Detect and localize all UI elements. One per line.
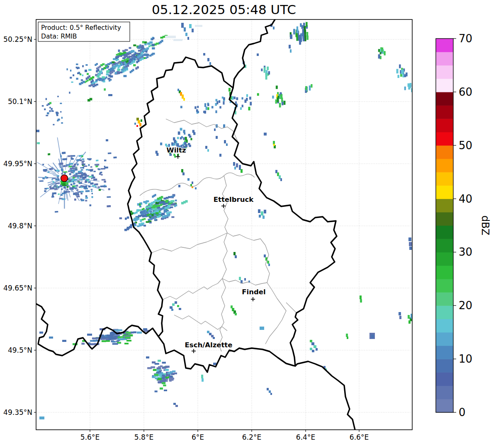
echo-pixel — [306, 22, 308, 27]
echo-cell — [408, 320, 411, 324]
echo-pixel — [73, 166, 76, 167]
echo-pixel — [51, 108, 53, 110]
echo-pixel — [118, 71, 120, 73]
echo-cell — [263, 216, 265, 219]
lat-tick-label: 50.25°N — [3, 35, 32, 44]
echo-pixel — [257, 93, 259, 96]
echo-cell — [213, 337, 215, 339]
colorbar-segment — [436, 386, 453, 400]
echo-pixel — [112, 341, 116, 343]
echo-pixel — [79, 191, 81, 193]
echo-cell — [192, 182, 193, 184]
echo-cell — [141, 119, 142, 122]
echo-pixel — [73, 187, 75, 188]
colorbar-segment — [436, 399, 453, 413]
echo-pixel — [189, 145, 191, 147]
colorbar-segment — [436, 52, 453, 65]
echo-pixel — [120, 336, 124, 338]
echo-cell — [181, 169, 183, 172]
echo-cell — [143, 328, 147, 330]
echo-pixel — [275, 99, 277, 104]
echo-cell — [235, 255, 237, 258]
echo-pixel — [284, 101, 286, 105]
colorbar-segment — [436, 332, 453, 346]
echo-pixel — [99, 173, 101, 175]
echo-pixel — [167, 214, 170, 217]
colorbar-tick-label: 50 — [459, 139, 472, 152]
echo-pixel — [58, 179, 59, 180]
echo-cell — [408, 237, 411, 241]
echo-cell — [39, 332, 43, 334]
echo-pixel — [216, 99, 218, 102]
echo-cell — [66, 182, 68, 185]
echo-pixel — [139, 44, 141, 46]
echo-pixel — [170, 206, 173, 208]
echo-pixel — [109, 153, 112, 154]
colorbar-tick-label: 0 — [459, 406, 466, 419]
echo-pixel — [296, 36, 298, 41]
colorbar-segment — [436, 252, 453, 266]
echo-pixel — [158, 381, 160, 383]
echo-pixel — [74, 199, 76, 201]
echo-pixel — [79, 179, 81, 180]
echo-pixel — [61, 173, 63, 174]
echo-pixel — [50, 188, 52, 189]
echo-pixel — [139, 203, 141, 206]
echo-pixel — [82, 65, 84, 67]
echo-pixel — [172, 371, 175, 372]
echo-cell — [205, 146, 207, 149]
echo-cell — [189, 24, 192, 28]
echo-pixel — [65, 158, 67, 160]
echo-pixel — [69, 166, 70, 167]
echo-pixel — [152, 47, 155, 49]
echo-pixel — [81, 343, 85, 345]
echo-pixel — [42, 178, 45, 179]
echo-cell — [177, 89, 179, 91]
echo-pixel — [57, 177, 58, 178]
echo-cell — [234, 167, 236, 170]
echo-pixel — [146, 47, 149, 49]
echo-pixel — [141, 223, 144, 224]
echo-pixel — [95, 179, 97, 181]
echo-pixel — [143, 225, 146, 226]
echo-pixel — [180, 106, 182, 108]
colorbar-segment — [436, 132, 453, 146]
echo-cell — [183, 98, 185, 101]
echo-pixel — [99, 189, 101, 191]
echo-pixel — [378, 49, 380, 52]
echo-pixel — [67, 186, 69, 188]
echo-pixel — [125, 49, 128, 51]
echo-pixel — [100, 186, 103, 187]
echo-pixel — [134, 223, 136, 225]
echo-pixel — [60, 185, 62, 186]
echo-pixel — [264, 70, 265, 73]
echo-pixel — [132, 69, 134, 71]
colorbar-segment — [436, 359, 453, 373]
echo-cell — [235, 313, 237, 315]
colorbar-segment — [436, 79, 453, 92]
echo-cell — [181, 23, 184, 28]
echo-pixel — [304, 29, 306, 34]
echo-cell — [179, 308, 181, 310]
echo-pixel — [56, 188, 58, 190]
echo-pixel — [223, 101, 224, 104]
echo-pixel — [73, 181, 74, 182]
echo-pixel — [384, 51, 386, 55]
echo-cell — [164, 390, 167, 391]
echo-pixel — [97, 164, 100, 165]
echo-pixel — [156, 153, 158, 156]
echo-cell — [216, 136, 218, 139]
echo-cell — [258, 209, 260, 213]
echo-pixel — [177, 137, 179, 139]
echo-pixel — [96, 184, 98, 186]
echo-pixel — [135, 212, 138, 213]
echo-pixel — [80, 193, 83, 195]
product-info-box: Product: 0.5° Reflectivity Data: RMIB — [38, 22, 130, 41]
radar-site-dot — [61, 175, 68, 182]
weather-radar-figure: 05.12.2025 05:48 UTC 5.6°E5.8°E6°E6.2°E6… — [0, 0, 491, 448]
echo-pixel — [299, 38, 301, 42]
echo-pixel — [304, 36, 306, 41]
echo-pixel — [73, 167, 75, 169]
echo-pixel — [41, 180, 43, 182]
echo-pixel — [404, 87, 406, 90]
